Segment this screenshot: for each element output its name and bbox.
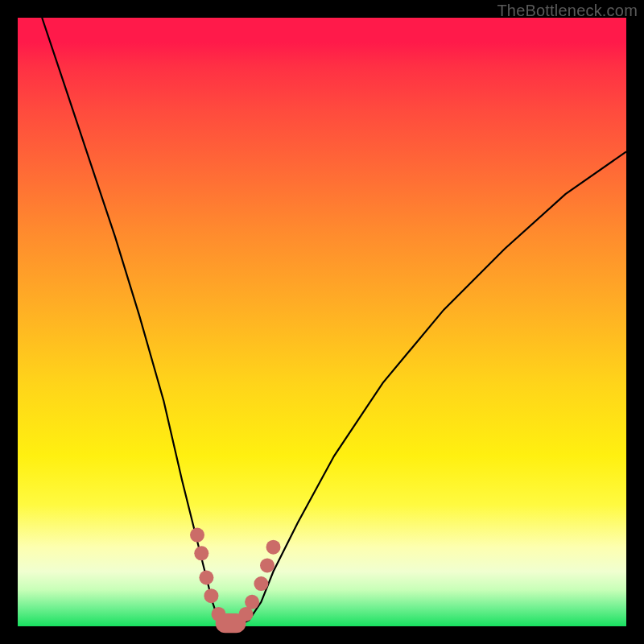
curve-marker bbox=[254, 576, 268, 591]
curve-marker bbox=[266, 540, 281, 555]
curve-marker bbox=[204, 588, 218, 603]
bottleneck-curve bbox=[42, 18, 626, 626]
curve-marker bbox=[199, 571, 213, 585]
curve-marker bbox=[194, 546, 208, 560]
curve-marker bbox=[260, 558, 275, 572]
bottleneck-chart bbox=[18, 18, 626, 626]
marker-group bbox=[190, 528, 281, 621]
curve-marker bbox=[190, 528, 204, 543]
curve-marker bbox=[245, 595, 259, 609]
flat-minimum-bar bbox=[216, 613, 246, 633]
